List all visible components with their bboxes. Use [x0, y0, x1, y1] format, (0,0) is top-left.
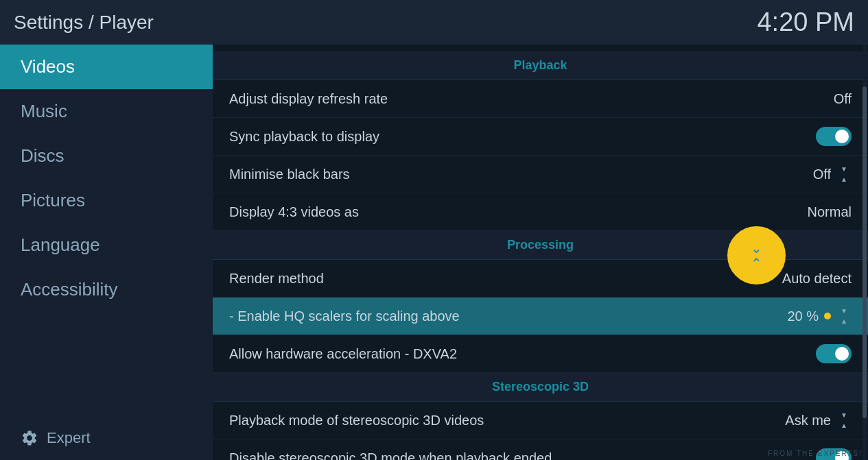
setting-value-refresh: Off — [834, 91, 852, 107]
toggle-knob-sync — [835, 130, 849, 143]
setting-adjust-refresh[interactable]: Adjust display refresh rate Off — [213, 80, 868, 118]
scroll-thumb[interactable] — [863, 86, 867, 419]
sidebar-item-discs[interactable]: Discs — [0, 134, 213, 178]
sidebar-item-music[interactable]: Music — [0, 89, 213, 134]
chevron-down-icon: ⌄ — [751, 241, 762, 255]
expert-label: Expert — [47, 429, 91, 447]
page-title: Settings / Player — [14, 12, 154, 34]
setting-value-hw — [816, 344, 852, 363]
setting-display-43[interactable]: Display 4:3 videos as Normal — [213, 193, 868, 231]
setting-hw-accel[interactable]: Allow hardware acceleration - DXVA2 — [213, 335, 868, 373]
sidebar: Videos Music Discs Pictures Language Acc… — [0, 45, 213, 460]
watermark: FROM THE EXPERTS! — [768, 450, 863, 457]
scrollbar[interactable] — [863, 45, 867, 460]
arrow-up-stereo[interactable]: ▲ — [836, 421, 852, 431]
sidebar-item-language[interactable]: Language — [0, 223, 213, 267]
section-playback: Playback — [213, 51, 868, 80]
main-content: Playback Adjust display refresh rate Off… — [213, 45, 868, 460]
sidebar-nav: Videos Music Discs Pictures Language Acc… — [0, 45, 213, 312]
arrow-down-bars[interactable]: ▼ — [836, 165, 852, 174]
setting-value-render: Auto detect — [782, 271, 852, 287]
chevron-up-icon: ⌃ — [751, 256, 762, 270]
arrow-controls-stereo: ▼ ▲ — [836, 411, 852, 431]
arrow-down-stereo[interactable]: ▼ — [836, 411, 852, 420]
header: Settings / Player 4:20 PM — [0, 0, 868, 45]
sidebar-item-pictures[interactable]: Pictures — [0, 178, 213, 223]
arrow-up-hq[interactable]: ▲ — [836, 317, 852, 326]
progress-dot — [824, 313, 831, 319]
arrow-controls-hq: ▼ ▲ — [836, 306, 852, 326]
setting-stereoscopic-mode[interactable]: Playback mode of stereoscopic 3D videos … — [213, 402, 868, 439]
arrow-down-hq[interactable]: ▼ — [836, 306, 852, 316]
setting-value-sync — [816, 127, 852, 146]
sidebar-item-videos[interactable]: Videos — [0, 45, 213, 89]
section-stereoscopic: Stereoscopic 3D — [213, 373, 868, 402]
gear-icon — [21, 429, 38, 447]
scroll-circle-button[interactable]: ⌄ ⌃ — [727, 226, 786, 285]
setting-value-stereo: Ask me ▼ ▲ — [785, 411, 852, 431]
layout: Videos Music Discs Pictures Language Acc… — [0, 45, 868, 460]
sidebar-item-accessibility[interactable]: Accessibility — [0, 267, 213, 312]
setting-value-hq: 20 % ▼ ▲ — [787, 306, 852, 326]
setting-hq-scalers[interactable]: - Enable HQ scalers for scaling above 20… — [213, 298, 868, 335]
setting-value-bars: Off ▼ ▲ — [813, 165, 852, 184]
setting-minimise-bars[interactable]: Minimise black bars Off ▼ ▲ — [213, 156, 868, 193]
clock: 4:20 PM — [757, 8, 854, 37]
circle-btn-inner: ⌄ ⌃ — [751, 241, 762, 270]
arrow-controls-bars: ▼ ▲ — [836, 165, 852, 184]
setting-value-43: Normal — [808, 204, 852, 220]
arrow-up-bars[interactable]: ▲ — [836, 175, 852, 184]
setting-sync-playback[interactable]: Sync playback to display — [213, 118, 868, 156]
toggle-knob-hw — [835, 347, 849, 361]
expert-button[interactable]: Expert — [0, 415, 213, 460]
toggle-hw[interactable] — [816, 344, 852, 363]
toggle-sync[interactable] — [816, 127, 852, 146]
